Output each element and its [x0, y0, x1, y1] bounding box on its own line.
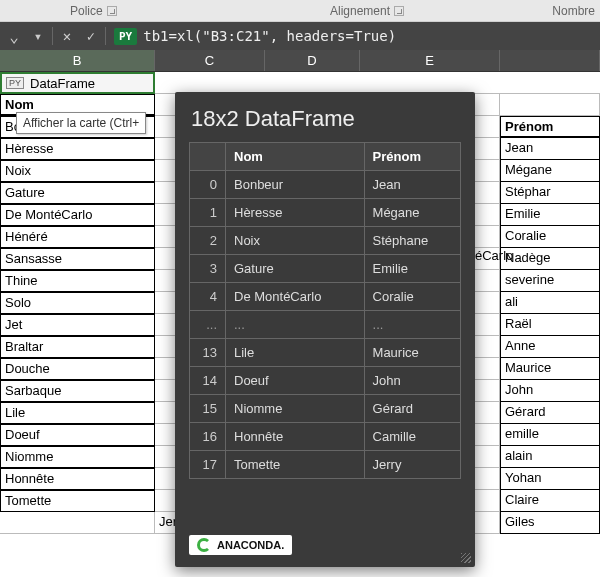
right-table-cell[interactable]: Gérard — [500, 402, 600, 424]
ribbon-label-police: Police — [70, 4, 103, 18]
right-table: Prénom JeanMéganeStépharEmilieCoralieNad… — [500, 116, 600, 534]
df-index: 15 — [190, 395, 226, 423]
table-cell[interactable]: Gature — [0, 182, 155, 204]
table-cell[interactable]: Thine — [0, 270, 155, 292]
df-cell-nom: Doeuf — [226, 367, 365, 395]
col-header-c[interactable]: C — [155, 50, 265, 71]
overflow-text: éCarlo — [475, 248, 513, 263]
df-cell-prenom: Jerry — [364, 451, 460, 479]
table-cell[interactable]: Honnête — [0, 468, 155, 490]
cell[interactable] — [500, 94, 600, 116]
table-cell[interactable]: De MontéCarlo — [0, 204, 155, 226]
col-header-blank — [500, 50, 600, 71]
df-index: 4 — [190, 283, 226, 311]
expand-icon[interactable] — [107, 6, 117, 16]
df-cell-nom: Lile — [226, 339, 365, 367]
right-table-cell[interactable]: Claire — [500, 490, 600, 512]
right-table-cell[interactable]: emille — [500, 424, 600, 446]
dropdown-icon[interactable]: ▾ — [26, 25, 50, 47]
right-table-cell[interactable]: John — [500, 380, 600, 402]
df-cell-prenom: Emilie — [364, 255, 460, 283]
df-index: 14 — [190, 367, 226, 395]
ribbon-group-nombre: Nombre — [552, 4, 595, 18]
right-table-cell[interactable]: Yohan — [500, 468, 600, 490]
dataframe-table: Nom Prénom 0BonbeurJean1HèresseMégane2No… — [189, 142, 461, 479]
table-cell[interactable]: Solo — [0, 292, 155, 314]
col-header-b[interactable]: B — [0, 50, 155, 71]
dataframe-popup: 18x2 DataFrame Nom Prénom 0BonbeurJean1H… — [175, 92, 475, 567]
formula-bar: ⌄ ▾ ✕ ✓ PY tb1=xl("B3:C21", headers=True… — [0, 22, 600, 50]
right-table-header[interactable]: Prénom — [500, 116, 600, 138]
tooltip: Afficher la carte (Ctrl+ — [16, 112, 146, 134]
df-index: 0 — [190, 171, 226, 199]
col-header-d[interactable]: D — [265, 50, 360, 71]
divider — [105, 27, 106, 45]
cell[interactable] — [0, 512, 155, 534]
right-table-cell[interactable]: alain — [500, 446, 600, 468]
right-table-cell[interactable]: Anne — [500, 336, 600, 358]
df-index: 17 — [190, 451, 226, 479]
table-cell[interactable]: Niomme — [0, 446, 155, 468]
chevron-down-icon[interactable]: ⌄ — [2, 25, 26, 47]
df-cell-nom: Tomette — [226, 451, 365, 479]
table-cell[interactable]: Lile — [0, 402, 155, 424]
df-cell-prenom: ... — [364, 311, 460, 339]
right-table-cell[interactable]: ali — [500, 292, 600, 314]
right-table-cell[interactable]: severine — [500, 270, 600, 292]
df-index: ... — [190, 311, 226, 339]
table-cell[interactable]: Tomette — [0, 490, 155, 512]
anaconda-badge[interactable]: ANACONDA. — [189, 535, 292, 555]
right-table-cell[interactable]: Maurice — [500, 358, 600, 380]
table-cell[interactable]: Jet — [0, 314, 155, 336]
ribbon-label-align: Alignement — [330, 4, 390, 18]
table-cell[interactable]: Douche — [0, 358, 155, 380]
popup-footer: ANACONDA. — [175, 523, 475, 567]
right-table-cell[interactable]: Giles — [500, 512, 600, 534]
df-cell-prenom: Mégane — [364, 199, 460, 227]
df-cell-nom: Bonbeur — [226, 171, 365, 199]
column-headers: B C D E — [0, 50, 600, 72]
df-cell-prenom: Stéphane — [364, 227, 460, 255]
table-cell[interactable]: Sarbaque — [0, 380, 155, 402]
df-cell-nom: De MontéCarlo — [226, 283, 365, 311]
selected-cell[interactable]: PY DataFrame — [0, 72, 155, 94]
table-cell[interactable]: Noix — [0, 160, 155, 182]
table-cell[interactable]: Sansasse — [0, 248, 155, 270]
df-cell-prenom: Gérard — [364, 395, 460, 423]
df-cell-prenom: John — [364, 367, 460, 395]
df-cell-prenom: Coralie — [364, 283, 460, 311]
df-cell-prenom: Jean — [364, 171, 460, 199]
selected-cell-label: DataFrame — [30, 76, 95, 91]
df-index: 13 — [190, 339, 226, 367]
resize-grip-icon[interactable] — [461, 553, 471, 563]
table-cell[interactable]: Doeuf — [0, 424, 155, 446]
right-table-cell[interactable]: Stéphar — [500, 182, 600, 204]
table-cell[interactable]: Hénéré — [0, 226, 155, 248]
python-badge[interactable]: PY — [114, 28, 137, 45]
df-cell-nom: Niomme — [226, 395, 365, 423]
anaconda-label: ANACONDA. — [217, 539, 284, 551]
df-cell-nom: Honnête — [226, 423, 365, 451]
right-table-cell[interactable]: Coralie — [500, 226, 600, 248]
confirm-icon[interactable]: ✓ — [79, 25, 103, 47]
df-col-prenom: Prénom — [364, 143, 460, 171]
expand-icon[interactable] — [394, 6, 404, 16]
col-header-e[interactable]: E — [360, 50, 500, 71]
formula-code[interactable]: tb1=xl("B3:C21", headers=True) — [143, 28, 396, 44]
df-index: 3 — [190, 255, 226, 283]
df-index-header — [190, 143, 226, 171]
df-index: 2 — [190, 227, 226, 255]
table-cell[interactable]: Braltar — [0, 336, 155, 358]
right-table-cell[interactable]: Emilie — [500, 204, 600, 226]
right-table-cell[interactable]: Jean — [500, 138, 600, 160]
df-cell-prenom: Maurice — [364, 339, 460, 367]
cancel-icon[interactable]: ✕ — [55, 25, 79, 47]
df-cell-nom: Hèresse — [226, 199, 365, 227]
df-index: 16 — [190, 423, 226, 451]
table-cell[interactable]: Hèresse — [0, 138, 155, 160]
right-table-cell[interactable]: Nadège — [500, 248, 600, 270]
right-table-cell[interactable]: Mégane — [500, 160, 600, 182]
cell-blank[interactable] — [155, 72, 600, 94]
right-table-cell[interactable]: Raël — [500, 314, 600, 336]
selected-cell-row: PY DataFrame — [0, 72, 600, 94]
